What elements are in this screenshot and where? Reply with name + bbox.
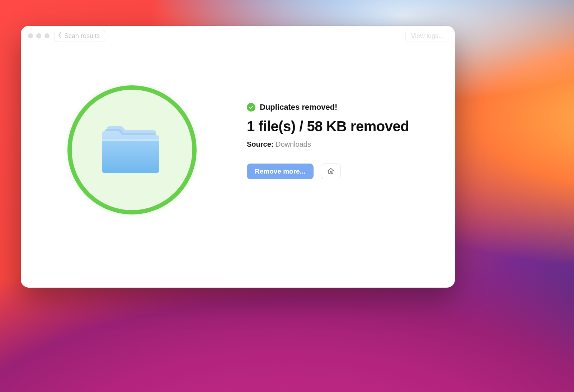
illustration-column	[21, 85, 232, 214]
window-controls	[28, 33, 50, 38]
titlebar: Scan results View logs...	[21, 26, 455, 46]
action-row: Remove more...	[247, 164, 455, 179]
svg-rect-0	[102, 139, 159, 173]
minimize-window-button[interactable]	[36, 33, 41, 38]
svg-rect-1	[102, 139, 159, 141]
home-icon	[327, 167, 335, 176]
source-label: Source:	[247, 140, 273, 148]
zoom-window-button[interactable]	[44, 33, 50, 38]
status-text: Duplicates removed!	[260, 103, 337, 112]
result-column: Duplicates removed! 1 file(s) / 58 KB re…	[232, 85, 455, 179]
source-value: Downloads	[276, 140, 311, 148]
home-button[interactable]	[321, 164, 341, 179]
chevron-left-icon	[58, 32, 62, 40]
back-button[interactable]: Scan results	[55, 30, 105, 42]
main-content: Duplicates removed! 1 file(s) / 58 KB re…	[21, 46, 455, 288]
close-window-button[interactable]	[28, 33, 33, 38]
source-row: Source: Downloads	[247, 140, 455, 148]
remove-more-label: Remove more...	[255, 167, 306, 175]
success-check-icon	[247, 103, 255, 112]
success-circle	[67, 85, 197, 214]
remove-more-button[interactable]: Remove more...	[247, 164, 314, 179]
back-button-label: Scan results	[64, 32, 100, 40]
folder-stack-icon	[100, 122, 164, 176]
view-logs-label: View logs...	[411, 32, 444, 39]
result-headline: 1 file(s) / 58 KB removed	[247, 118, 455, 134]
view-logs-button[interactable]: View logs...	[405, 30, 449, 42]
app-window: Scan results View logs...	[21, 26, 455, 288]
status-row: Duplicates removed!	[247, 103, 455, 112]
